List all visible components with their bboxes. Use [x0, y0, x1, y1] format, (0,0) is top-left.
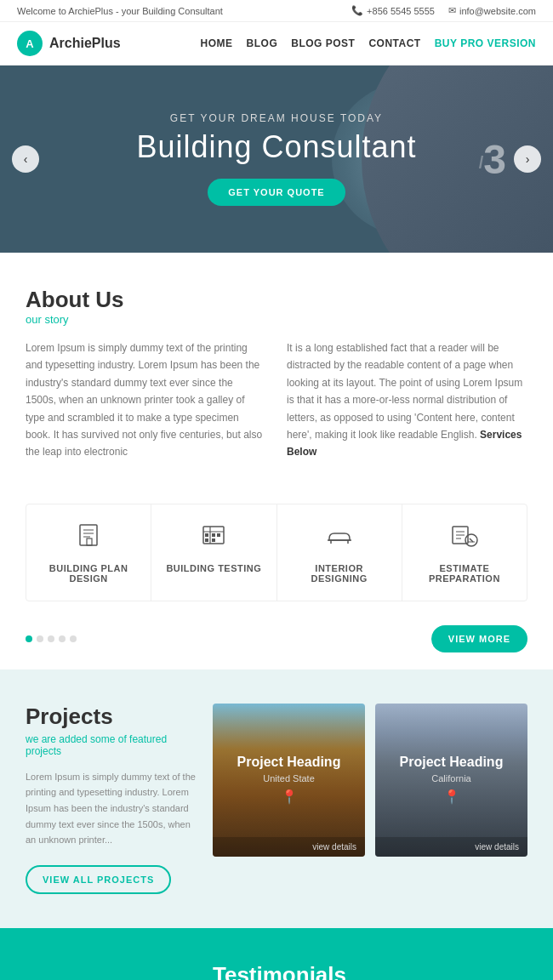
project-1-location: United State: [263, 773, 315, 783]
service-building-plan: BUILDING PLAN DESIGN: [26, 504, 151, 601]
dot-2[interactable]: [37, 635, 43, 642]
nav-blog-post[interactable]: BLOG POST: [291, 37, 355, 49]
top-bar: Welcome to ArchiePlus - your Building Co…: [0, 0, 553, 22]
hero-cta-button[interactable]: GET YOUR QUOTE: [208, 179, 345, 206]
building-plan-icon: [35, 521, 142, 555]
svg-rect-9: [212, 533, 215, 537]
hero-prev-button[interactable]: ‹: [12, 145, 39, 173]
service-estimate: ESTIMATE PREPARATION: [402, 504, 527, 601]
project-card-2[interactable]: Project Heading California 📍 view detail…: [375, 704, 527, 857]
services-grid: BUILDING PLAN DESIGN BUILDING TESTING: [26, 504, 527, 601]
testimonials-section: Testimonials what our client says about …: [0, 928, 553, 980]
hero-subtitle: GET YOUR DREAM HOUSE TODAY: [136, 112, 416, 124]
service-interior: INTERIOR DESIGNING: [277, 504, 402, 601]
project-2-location: California: [431, 773, 470, 783]
logo-icon: A: [17, 31, 43, 56]
phone-number: +856 5545 5555: [367, 6, 435, 16]
project-2-pin-icon: 📍: [443, 789, 460, 805]
testimonials-content: Testimonials what our client says about …: [196, 962, 527, 980]
testimonials-person: [26, 962, 196, 980]
counter-slash: /: [479, 152, 484, 171]
hero-title: Building Consultant: [136, 129, 416, 165]
about-subtitle: our story: [26, 313, 527, 326]
project-2-heading: Project Heading: [400, 755, 504, 770]
phone-info: 📞 +856 5545 5555: [351, 5, 435, 16]
about-title: About Us: [26, 287, 527, 313]
nav-pro[interactable]: BUY PRO VERSION: [435, 37, 536, 49]
estimate-icon: [411, 521, 518, 555]
projects-title: Projects: [26, 704, 196, 730]
svg-rect-10: [217, 533, 220, 537]
dot-1[interactable]: [26, 635, 32, 642]
building-testing-icon: [160, 521, 267, 555]
nav-home[interactable]: HOME: [201, 37, 233, 49]
hero-content: GET YOUR DREAM HOUSE TODAY Building Cons…: [136, 112, 416, 206]
projects-section: Projects we are added some of featured p…: [0, 669, 553, 928]
view-all-projects-button[interactable]: VIEW ALL PROJECTS: [26, 865, 171, 894]
dot-4[interactable]: [59, 635, 66, 642]
svg-rect-0: [80, 525, 97, 545]
services-footer: VIEW MORE: [0, 618, 553, 669]
project-card-1[interactable]: Project Heading United State 📍 view deta…: [213, 704, 365, 857]
contact-info: 📞 +856 5545 5555 ✉ info@website.com: [351, 5, 536, 16]
about-section: About Us our story Lorem Ipsum is simply…: [0, 253, 553, 487]
project-card-2-overlay: Project Heading California 📍: [375, 704, 527, 857]
about-col-2: It is a long established fact that a rea…: [287, 339, 527, 461]
view-more-button[interactable]: VIEW MORE: [431, 625, 527, 652]
email-info: ✉ info@website.com: [448, 5, 536, 16]
header: A ArchiePlus HOME BLOG BLOG POST CONTACT…: [0, 22, 553, 66]
about-col-1: Lorem Ipsum is simply dummy text of the …: [26, 339, 266, 461]
dot-5[interactable]: [70, 635, 77, 642]
projects-info: Projects we are added some of featured p…: [26, 704, 196, 894]
testimonials-title: Testimonials: [213, 962, 527, 980]
interior-icon: [286, 521, 393, 555]
about-columns: Lorem Ipsum is simply dummy text of the …: [26, 339, 527, 461]
nav-contact[interactable]: CONTACT: [368, 37, 420, 49]
service-label-3: INTERIOR DESIGNING: [311, 563, 368, 584]
main-nav: HOME BLOG BLOG POST CONTACT BUY PRO VERS…: [201, 37, 536, 49]
service-label-4: ESTIMATE PREPARATION: [429, 563, 500, 584]
svg-rect-11: [205, 538, 208, 542]
service-label-1: BUILDING PLAN DESIGN: [49, 563, 128, 584]
email-icon: ✉: [448, 5, 456, 16]
logo[interactable]: A ArchiePlus: [17, 31, 121, 56]
pagination-dots: [26, 635, 77, 642]
svg-rect-12: [212, 538, 215, 542]
hero-slide-counter: /3: [479, 136, 506, 183]
hero-next-button[interactable]: ›: [514, 145, 541, 173]
projects-inner: Projects we are added some of featured p…: [26, 704, 527, 894]
service-label-2: BUILDING TESTING: [166, 563, 261, 573]
projects-grid: Project Heading United State 📍 view deta…: [213, 704, 527, 894]
project-1-pin-icon: 📍: [281, 789, 298, 805]
hero-section: ‹ GET YOUR DREAM HOUSE TODAY Building Co…: [0, 66, 553, 253]
phone-icon: 📞: [351, 5, 363, 16]
svg-rect-4: [87, 538, 92, 545]
project-card-1-overlay: Project Heading United State 📍: [213, 704, 365, 857]
logo-name: ArchiePlus: [49, 36, 121, 51]
svg-rect-8: [205, 533, 208, 537]
project-1-details[interactable]: view details: [213, 837, 365, 857]
welcome-text: Welcome to ArchiePlus - your Building Co…: [17, 6, 223, 16]
projects-subtitle: we are added some of featured projects: [26, 733, 196, 757]
projects-description: Lorem Ipsum is simply dummy text of the …: [26, 769, 196, 848]
dot-3[interactable]: [48, 635, 54, 642]
email-address: info@website.com: [459, 6, 536, 16]
nav-blog[interactable]: BLOG: [247, 37, 278, 49]
project-1-heading: Project Heading: [237, 755, 341, 770]
project-2-details[interactable]: view details: [375, 837, 527, 857]
service-building-testing: BUILDING TESTING: [151, 504, 276, 601]
